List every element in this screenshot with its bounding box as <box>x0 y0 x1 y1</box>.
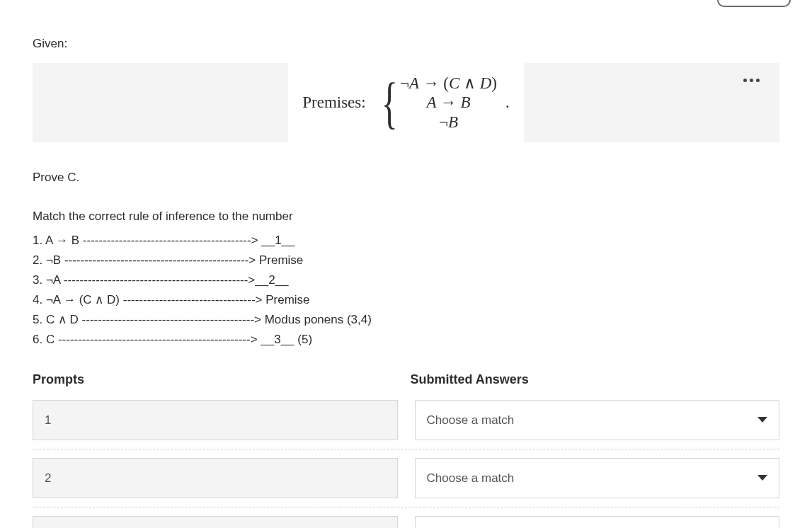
answer-select-2[interactable]: Choose a match <box>415 458 780 498</box>
premises-container: Premises: { ¬A → (C ∧ D) A → B ¬B . <box>33 63 779 142</box>
given-label: Given: <box>33 34 779 53</box>
premises-label: Premises: <box>302 90 365 116</box>
question-body: Given: Premises: { ¬A → (C ∧ D) A → B ¬B… <box>0 34 812 528</box>
proof-step-4: 4. ¬A → (C ∧ D) ------------------------… <box>33 290 779 310</box>
chevron-down-icon <box>757 475 767 481</box>
answer-placeholder: Choose a match <box>427 411 515 430</box>
proof-step-2: 2. ¬B ----------------------------------… <box>33 251 779 270</box>
proof-step-5: 5. C ∧ D -------------------------------… <box>33 310 779 330</box>
instruction-text: Match the correct rule of inference to t… <box>33 207 779 226</box>
match-row: 3 Choose a match <box>33 516 779 528</box>
row-divider <box>33 507 779 507</box>
prompts-header: Prompts <box>33 369 402 390</box>
prompt-box-1: 1 <box>33 400 398 440</box>
answer-placeholder: Choose a match <box>427 469 515 488</box>
period: . <box>505 90 510 116</box>
answers-header: Submitted Answers <box>402 369 780 390</box>
match-headers: Prompts Submitted Answers <box>33 369 779 390</box>
match-row: 1 Choose a match <box>33 400 779 440</box>
left-brace: { <box>381 74 397 131</box>
proof-step-1: 1. A → B -------------------------------… <box>33 231 779 251</box>
premise-lines: ¬A → (C ∧ D) A → B ¬B <box>400 74 497 132</box>
more-options-icon[interactable] <box>743 79 760 82</box>
premise-line-3: ¬B <box>439 113 458 132</box>
premises-math: Premises: { ¬A → (C ∧ D) A → B ¬B . <box>288 63 524 142</box>
answer-select-1[interactable]: Choose a match <box>415 400 780 440</box>
chevron-down-icon <box>757 417 767 423</box>
match-row: 2 Choose a match <box>33 458 779 498</box>
premise-line-1: ¬A → (C ∧ D) <box>400 74 497 93</box>
proof-step-3: 3. ¬A ----------------------------------… <box>33 270 779 290</box>
answer-select-3[interactable]: Choose a match <box>415 516 780 528</box>
prompt-box-2: 2 <box>33 458 398 498</box>
proof-step-6: 6. C -----------------------------------… <box>33 330 779 350</box>
partial-button-outline <box>717 0 791 7</box>
prompt-box-3: 3 <box>33 516 398 528</box>
premise-line-2: A → B <box>426 93 470 113</box>
prove-label: Prove C. <box>33 168 779 187</box>
row-divider <box>33 449 779 449</box>
